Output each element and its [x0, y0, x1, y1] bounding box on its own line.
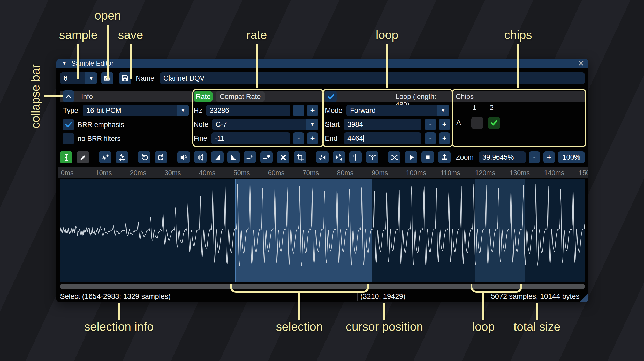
annotation-loop-top: loop: [376, 28, 398, 42]
wave-stretch-icon: [118, 153, 126, 161]
chip-1-checkbox[interactable]: [471, 117, 483, 129]
chevron-down-icon[interactable]: ▼: [437, 105, 449, 116]
note-select[interactable]: C-7 ▼: [212, 119, 318, 130]
fine-input[interactable]: -11: [211, 132, 290, 144]
trim-button[interactable]: [294, 151, 306, 163]
ruler-tick: 10ms: [95, 167, 112, 178]
fine-plus-button[interactable]: +: [307, 132, 318, 144]
window-collapse-icon[interactable]: ▼: [62, 61, 67, 66]
ruler-tick: 100ms: [406, 167, 426, 178]
mode-label: Mode: [325, 105, 343, 116]
brr-emphasis-checkbox[interactable]: [63, 119, 74, 130]
type-select[interactable]: 16-bit PCM ▼: [83, 105, 189, 116]
info-panel-title: Info: [81, 93, 93, 101]
annotation-line: [383, 303, 385, 320]
delete-button[interactable]: [277, 151, 289, 163]
loop-enable-checkbox[interactable]: [325, 91, 337, 102]
crossfade-icon: [390, 153, 398, 161]
loop-end-minus-button[interactable]: -: [425, 132, 436, 144]
redo-button[interactable]: [155, 151, 167, 163]
horizontal-scrollbar[interactable]: [60, 284, 585, 289]
resize-grip[interactable]: [579, 293, 588, 302]
reverse-icon: [319, 153, 327, 161]
preview-button[interactable]: [405, 151, 417, 163]
upload-sample-button[interactable]: [438, 151, 451, 163]
invert-button[interactable]: [333, 151, 345, 163]
chips-column-1: 1: [473, 103, 476, 112]
ruler-tick: 150ms: [579, 167, 588, 178]
resample-button[interactable]: [116, 151, 128, 163]
loop-end-plus-button[interactable]: +: [439, 132, 450, 144]
zoom-out-button[interactable]: -: [529, 151, 540, 163]
fade-in-icon: [214, 153, 222, 161]
draw-mode-button[interactable]: [77, 151, 89, 163]
undo-button[interactable]: [138, 151, 150, 163]
fade-out-button[interactable]: [227, 151, 240, 163]
name-input[interactable]: Clarinet DQV: [160, 72, 585, 84]
ruler[interactable]: 0ms10ms20ms30ms40ms50ms60ms70ms80ms90ms1…: [58, 167, 588, 178]
insert-silence-button[interactable]: [244, 151, 256, 163]
divider: [58, 89, 586, 89]
name-label: Name: [136, 72, 154, 84]
ruler-tick: 110ms: [441, 167, 460, 178]
signedness-button[interactable]: [349, 151, 362, 163]
resize-button[interactable]: [99, 151, 111, 163]
stop-preview-button[interactable]: [421, 151, 434, 163]
ruler-tick: 80ms: [337, 167, 354, 178]
reverse-button[interactable]: [316, 151, 329, 163]
loop-start-input[interactable]: 3984: [344, 119, 421, 130]
ruler-tick: 0ms: [61, 167, 74, 178]
ruler-tick: 130ms: [510, 167, 530, 178]
annotation-open: open: [95, 9, 121, 22]
amplify-button[interactable]: [177, 151, 190, 163]
tab-rate[interactable]: Rate: [194, 91, 213, 102]
save-sample-button[interactable]: [119, 72, 131, 84]
hz-label: Hz: [194, 105, 202, 116]
tab-compat-rate[interactable]: Compat Rate: [216, 91, 265, 102]
loop-end-input[interactable]: 4464: [344, 132, 421, 144]
ruler-tick: 40ms: [199, 167, 216, 178]
hz-minus-button[interactable]: -: [293, 105, 304, 116]
open-sample-button[interactable]: [101, 72, 113, 84]
note-label: Note: [194, 119, 208, 130]
fade-in-button[interactable]: [211, 151, 224, 163]
zoom-reset-button[interactable]: 100%: [558, 151, 585, 163]
loop-mode-select[interactable]: Forward ▼: [346, 105, 449, 116]
zoom-in-button[interactable]: +: [543, 151, 555, 163]
text-caret: [363, 135, 364, 142]
normalize-button[interactable]: [194, 151, 207, 163]
apply-silence-button[interactable]: [260, 151, 273, 163]
sample-number-select[interactable]: 6 ▼: [60, 72, 97, 84]
loop-start-plus-button[interactable]: +: [439, 119, 450, 130]
close-icon[interactable]: ✕: [578, 59, 584, 68]
waveform-area[interactable]: [60, 179, 585, 282]
chevron-down-icon[interactable]: ▼: [177, 105, 189, 116]
fine-label: Fine: [194, 132, 207, 144]
titlebar[interactable]: ▼ Sample Editor: [56, 59, 588, 68]
crossfade-button[interactable]: [388, 151, 400, 163]
silence-star-icon: [263, 153, 271, 161]
no-brr-filters-checkbox[interactable]: [63, 133, 74, 144]
zoom-input[interactable]: 39.9645%: [479, 151, 526, 163]
chevron-down-icon[interactable]: ▼: [306, 119, 318, 130]
hz-input[interactable]: 33286: [206, 105, 290, 116]
annotation-total-size: total size: [513, 320, 560, 334]
loop-start-label: Start: [325, 119, 340, 130]
hz-plus-button[interactable]: +: [307, 105, 318, 116]
filter-button[interactable]: [366, 151, 378, 163]
annotation-line: [536, 303, 538, 320]
ruler-tick: 60ms: [268, 167, 285, 178]
ruler-tick: 50ms: [233, 167, 250, 178]
hz-value: 33286: [210, 107, 229, 115]
status-selection-info: Select (1654-2983: 1329 samples): [60, 292, 171, 301]
zoom-value: 39.9645%: [482, 153, 514, 161]
chip-2-checkbox[interactable]: [488, 117, 500, 129]
crop-icon: [296, 153, 304, 161]
loop-start-minus-button[interactable]: -: [425, 119, 436, 130]
select-mode-button[interactable]: [60, 151, 72, 163]
fine-minus-button[interactable]: -: [293, 132, 304, 144]
chevron-down-icon[interactable]: ▼: [85, 72, 97, 84]
chips-column-2: 2: [490, 103, 494, 112]
collapse-bar-button[interactable]: [63, 90, 74, 102]
speaker-icon: [180, 153, 188, 161]
